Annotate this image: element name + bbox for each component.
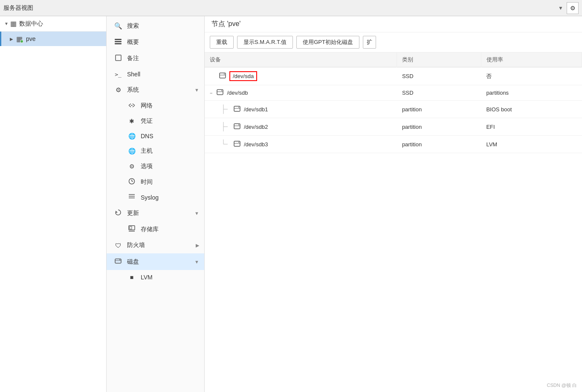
pve-label: pve xyxy=(26,35,36,42)
menu-item-overview[interactable]: 概要 xyxy=(107,34,204,50)
menu-item-options[interactable]: ⚙ 选项 xyxy=(107,159,204,174)
page-title: 节点 'pve' xyxy=(211,20,240,27)
menu-item-system[interactable]: ⚙ 系统 ▼ xyxy=(107,82,204,98)
type-cell-sdb3: partition xyxy=(397,136,481,153)
datacenter-icon: ▦ xyxy=(10,20,17,28)
content-toolbar: 重载 显示S.M.A.R.T.值 使用GPT初始化磁盘 扩 xyxy=(205,32,582,52)
svg-marker-10 xyxy=(116,211,118,213)
shell-icon: >_ xyxy=(113,71,123,78)
footer-watermark: CSDN @顿 白 xyxy=(547,382,577,389)
svg-point-28 xyxy=(238,107,239,107)
menu-item-credentials[interactable]: ✱ 凭证 xyxy=(107,113,204,129)
table-row[interactable]: /dev/sda SSD 否 xyxy=(205,67,582,85)
menu-item-firewall[interactable]: 🛡 防火墙 ▶ xyxy=(107,237,204,253)
disk-icon xyxy=(113,258,123,266)
menu-label-disk: 磁盘 xyxy=(127,258,139,266)
settings-gear-button[interactable]: ⚙ xyxy=(567,2,579,14)
reload-button[interactable]: 重载 xyxy=(210,36,234,49)
sidebar-item-pve[interactable]: ▶ ▦ pve xyxy=(0,32,106,46)
svg-rect-26 xyxy=(234,106,240,111)
chevron-right-icon: ▶ xyxy=(196,243,199,248)
host-icon: 🌐 xyxy=(127,148,136,154)
more-button[interactable]: 扩 xyxy=(363,36,376,49)
lvm-icon: ■ xyxy=(127,274,136,281)
firewall-icon: 🛡 xyxy=(113,242,123,249)
menu-item-notes[interactable]: 备注 xyxy=(107,50,204,67)
middle-menu: 🔍 搜索 概要 备注 >_ Shell ⚙ 系统 ▼ xyxy=(107,16,205,392)
main-layout: ▼ ▦ 数据中心 ▶ ▦ pve 🔍 搜索 概要 xyxy=(0,16,582,392)
usage-cell-sdb2: EFI xyxy=(481,118,582,136)
disk-partition-icon xyxy=(234,106,240,113)
device-name-sdb: /dev/sdb xyxy=(227,90,248,96)
svg-rect-1 xyxy=(115,41,122,42)
dropdown-chevron-icon: ▼ xyxy=(558,5,563,11)
menu-item-lvm[interactable]: ■ LVM xyxy=(107,270,204,285)
chevron-down-icon: ▼ xyxy=(194,259,199,264)
menu-item-shell[interactable]: >_ Shell xyxy=(107,67,204,82)
menu-label-firewall: 防火墙 xyxy=(127,241,145,249)
chevron-down-icon: ▼ xyxy=(194,211,199,216)
device-cell: /dev/sdb2 xyxy=(205,118,397,136)
col-usage: 使用率 xyxy=(481,52,582,67)
menu-item-time[interactable]: 时间 xyxy=(107,174,204,190)
menu-item-storage[interactable]: 存储库 xyxy=(107,221,204,237)
smart-button[interactable]: 显示S.M.A.R.T.值 xyxy=(237,36,293,49)
device-name-sdb3: /dev/sdb3 xyxy=(244,141,268,148)
storage-icon xyxy=(127,225,136,233)
menu-label-search: 搜索 xyxy=(127,22,139,30)
menu-item-syslog[interactable]: Syslog xyxy=(107,190,204,205)
device-name-sdb1: /dev/sdb1 xyxy=(244,106,268,113)
menu-label-update: 更新 xyxy=(127,209,139,217)
pve-expand-icon: ▶ xyxy=(10,37,13,41)
gpt-init-button[interactable]: 使用GPT初始化磁盘 xyxy=(296,36,359,49)
disk-partition-icon xyxy=(234,141,240,148)
menu-item-search[interactable]: 🔍 搜索 xyxy=(107,18,204,34)
network-icon xyxy=(127,102,136,110)
datacenter-label: 数据中心 xyxy=(19,20,43,28)
menu-label-host: 主机 xyxy=(141,147,153,155)
menu-item-disk[interactable]: 磁盘 ▼ xyxy=(107,253,204,270)
usage-cell-sdb: partitions xyxy=(481,85,582,101)
dns-icon: 🌐 xyxy=(127,133,136,139)
update-icon xyxy=(113,209,123,217)
right-content: 节点 'pve' 重载 显示S.M.A.R.T.值 使用GPT初始化磁盘 扩 设… xyxy=(205,16,582,392)
menu-label-credentials: 凭证 xyxy=(141,117,153,125)
menu-label-system: 系统 xyxy=(127,86,139,94)
device-cell: /dev/sdb3 xyxy=(205,136,397,153)
type-cell-sdb: SSD xyxy=(397,85,481,101)
table-row[interactable]: /dev/sdb2 partition EFI xyxy=(205,118,582,136)
disk-drive-icon xyxy=(217,89,223,96)
svg-point-34 xyxy=(238,124,239,125)
menu-label-notes: 备注 xyxy=(127,55,139,62)
device-name-sda: /dev/sda xyxy=(229,71,257,81)
content-table: 设备 类别 使用率 / xyxy=(205,52,582,392)
svg-rect-0 xyxy=(115,39,122,40)
menu-label-time: 时间 xyxy=(141,178,153,186)
time-icon xyxy=(127,178,136,186)
svg-rect-37 xyxy=(234,141,240,146)
top-bar: 服务器视图 ▼ ⚙ xyxy=(0,0,582,16)
server-view-title: 服务器视图 xyxy=(3,4,558,12)
menu-label-options: 选项 xyxy=(141,163,153,170)
disk-drive-icon xyxy=(219,73,226,80)
type-cell-sdb1: partition xyxy=(397,101,481,118)
collapse-icon[interactable]: − xyxy=(210,90,212,96)
device-cell: /dev/sda xyxy=(205,67,397,85)
syslog-icon xyxy=(127,194,136,201)
type-cell-sdb2: partition xyxy=(397,118,481,136)
menu-label-dns: DNS xyxy=(141,133,153,139)
menu-item-dns[interactable]: 🌐 DNS xyxy=(107,129,204,143)
menu-item-host[interactable]: 🌐 主机 xyxy=(107,143,204,159)
table-row[interactable]: /dev/sdb1 partition BIOS boot xyxy=(205,101,582,118)
menu-item-network[interactable]: 网络 xyxy=(107,98,204,113)
device-cell: /dev/sdb1 xyxy=(205,101,397,118)
table-header-row: 设备 类别 使用率 xyxy=(205,52,582,67)
table-row[interactable]: /dev/sdb3 partition LVM xyxy=(205,136,582,153)
svg-rect-12 xyxy=(130,226,132,229)
status-dot-icon xyxy=(20,40,23,43)
table-row[interactable]: − /dev/sdb SSD partitions xyxy=(205,85,582,101)
credentials-icon: ✱ xyxy=(127,118,136,125)
sidebar-item-datacenter[interactable]: ▼ ▦ 数据中心 xyxy=(0,16,106,32)
svg-point-16 xyxy=(119,259,120,260)
menu-item-update[interactable]: 更新 ▼ xyxy=(107,205,204,221)
